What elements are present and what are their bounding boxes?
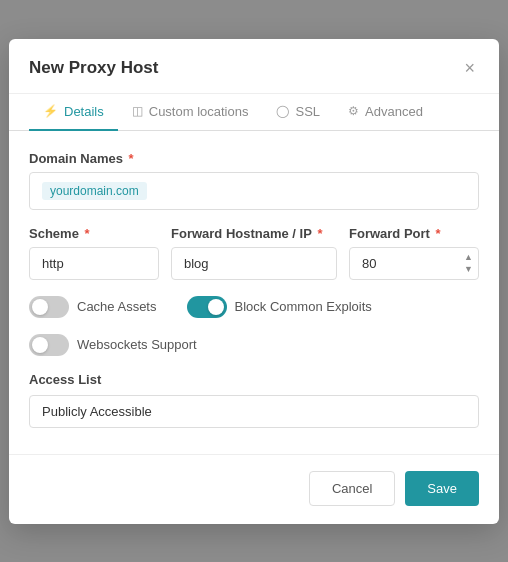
domain-tag: yourdomain.com <box>42 182 147 200</box>
modal-header: New Proxy Host × <box>9 39 499 94</box>
websockets-label: Websockets Support <box>77 337 197 352</box>
block-exploits-slider <box>187 296 227 318</box>
scheme-input[interactable] <box>29 247 159 280</box>
cancel-button[interactable]: Cancel <box>309 471 395 506</box>
scheme-label: Scheme * <box>29 226 159 241</box>
modal-title: New Proxy Host <box>29 58 158 78</box>
modal-footer: Cancel Save <box>9 454 499 524</box>
tab-ssl[interactable]: ◯ SSL <box>262 94 334 131</box>
cache-assets-slider <box>29 296 69 318</box>
tab-custom-locations[interactable]: ◫ Custom locations <box>118 94 263 131</box>
websockets-slider <box>29 334 69 356</box>
forward-hostname-group: Forward Hostname / IP * <box>171 226 337 280</box>
toggles-row: Cache Assets Block Common Exploits <box>29 296 479 318</box>
connection-fields: Scheme * Forward Hostname / IP * Forward… <box>29 226 479 280</box>
save-button[interactable]: Save <box>405 471 479 506</box>
port-decrement[interactable]: ▼ <box>462 264 475 275</box>
access-list-group: Access List <box>29 372 479 428</box>
domain-names-group: Domain Names * yourdomain.com <box>29 151 479 210</box>
forward-port-label: Forward Port * <box>349 226 479 241</box>
forward-hostname-label: Forward Hostname / IP * <box>171 226 337 241</box>
access-list-input[interactable] <box>29 395 479 428</box>
block-exploits-label: Block Common Exploits <box>235 299 372 314</box>
websockets-toggle[interactable] <box>29 334 69 356</box>
new-proxy-host-modal: New Proxy Host × ⚡ Details ◫ Custom loca… <box>9 39 499 524</box>
cache-assets-item: Cache Assets <box>29 296 157 318</box>
tab-advanced[interactable]: ⚙ Advanced <box>334 94 437 131</box>
websockets-row: Websockets Support <box>29 334 479 356</box>
block-exploits-item: Block Common Exploits <box>187 296 372 318</box>
modal-body: Domain Names * yourdomain.com Scheme * F… <box>9 131 499 454</box>
advanced-tab-icon: ⚙ <box>348 104 359 118</box>
port-increment[interactable]: ▲ <box>462 252 475 263</box>
domain-names-input[interactable]: yourdomain.com <box>29 172 479 210</box>
domain-names-label: Domain Names * <box>29 151 479 166</box>
scheme-group: Scheme * <box>29 226 159 280</box>
tab-bar: ⚡ Details ◫ Custom locations ◯ SSL ⚙ Adv… <box>9 94 499 131</box>
block-exploits-toggle[interactable] <box>187 296 227 318</box>
tab-ssl-label: SSL <box>295 104 320 119</box>
custom-locations-tab-icon: ◫ <box>132 104 143 118</box>
details-tab-icon: ⚡ <box>43 104 58 118</box>
access-list-label: Access List <box>29 372 479 387</box>
forward-hostname-input[interactable] <box>171 247 337 280</box>
close-button[interactable]: × <box>460 57 479 79</box>
port-spinners: ▲ ▼ <box>462 252 475 275</box>
forward-port-input[interactable] <box>349 247 479 280</box>
tab-advanced-label: Advanced <box>365 104 423 119</box>
tab-custom-locations-label: Custom locations <box>149 104 249 119</box>
port-input-wrap: ▲ ▼ <box>349 247 479 280</box>
tab-details[interactable]: ⚡ Details <box>29 94 118 131</box>
tab-details-label: Details <box>64 104 104 119</box>
cache-assets-label: Cache Assets <box>77 299 157 314</box>
domain-names-required: * <box>125 151 134 166</box>
cache-assets-toggle[interactable] <box>29 296 69 318</box>
forward-port-group: Forward Port * ▲ ▼ <box>349 226 479 280</box>
ssl-tab-icon: ◯ <box>276 104 289 118</box>
